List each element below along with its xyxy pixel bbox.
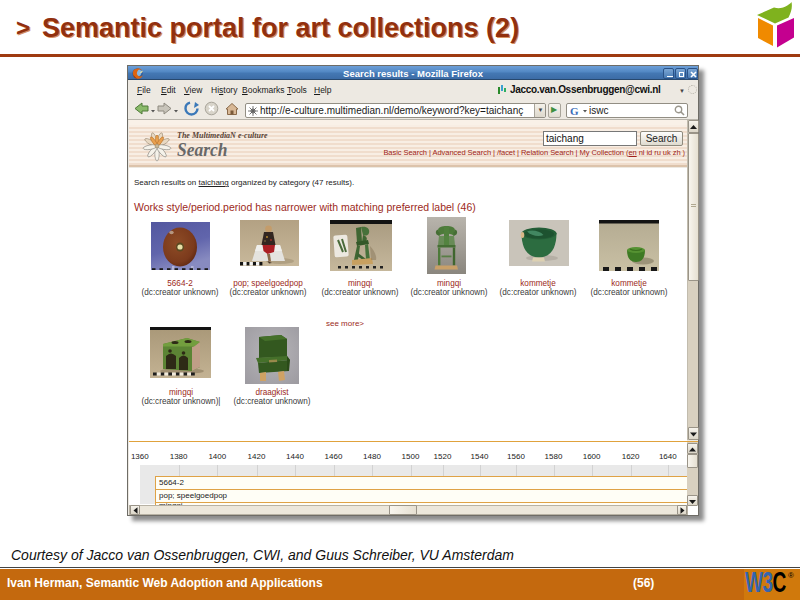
svg-text:G: G	[570, 106, 579, 117]
